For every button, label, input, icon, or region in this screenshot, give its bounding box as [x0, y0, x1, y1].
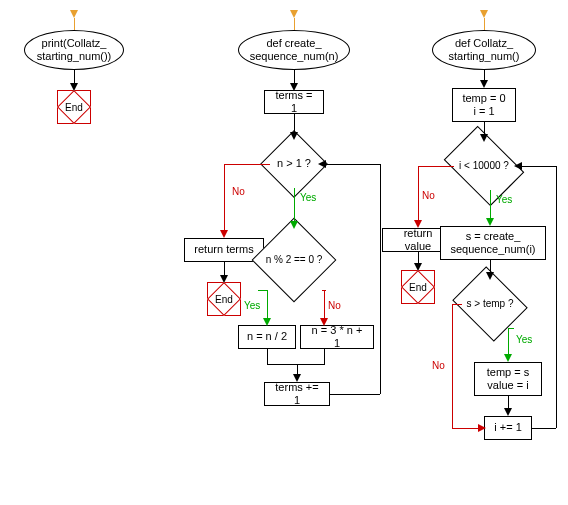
return-terms-label: return terms: [194, 243, 253, 256]
yes-label: Yes: [496, 194, 512, 205]
temp-init-label: temp = 0 i = 1: [462, 92, 505, 118]
funcdef-node-3: def Collatz_ starting_num(): [432, 30, 536, 70]
arrow: [480, 80, 488, 88]
connector: [418, 166, 454, 167]
n-3n-1-node: n = 3 * n + 1: [300, 325, 374, 349]
cond-label: s > temp ?: [467, 298, 514, 310]
cond-label: n > 1 ?: [277, 157, 311, 170]
connector: [294, 18, 295, 30]
no-label: No: [328, 300, 341, 311]
connector: [452, 304, 462, 305]
arrow: [514, 162, 522, 170]
connector: [224, 164, 225, 232]
n-3n-1-label: n = 3 * n + 1: [308, 324, 366, 350]
arrow: [263, 318, 271, 326]
call-seq-node: s = create_ sequence_num(i): [440, 226, 546, 260]
arrow: [290, 132, 298, 140]
end-label: End: [215, 294, 233, 305]
arrow: [478, 424, 486, 432]
arrow: [414, 263, 422, 271]
arrow: [320, 318, 328, 326]
cond-n-gt-1: n > 1 ?: [270, 140, 318, 188]
arrow: [318, 160, 326, 168]
no-label: No: [422, 190, 435, 201]
assign-temp-value-node: temp = s value = i: [474, 362, 542, 396]
arrow: [290, 83, 298, 91]
terms-init-label: terms = 1: [272, 89, 316, 115]
arrow: [220, 275, 228, 283]
arrow: [293, 374, 301, 382]
arrow: [220, 230, 228, 238]
n-div-2-node: n = n / 2: [238, 325, 296, 349]
entry-arrow-2: [290, 10, 298, 18]
end-node-3: End: [401, 270, 435, 304]
connector: [484, 18, 485, 30]
connector: [418, 166, 419, 222]
arrow: [290, 221, 298, 229]
arrow: [486, 218, 494, 226]
connector: [556, 166, 557, 428]
end-label: End: [409, 282, 427, 293]
temp-init-node: temp = 0 i = 1: [452, 88, 516, 122]
cond-label: n % 2 == 0 ?: [266, 254, 323, 266]
return-value-label: return value: [390, 227, 446, 253]
connector: [508, 328, 509, 356]
connector: [452, 428, 480, 429]
yes-label: Yes: [516, 334, 532, 345]
connector: [322, 164, 380, 165]
cond-s-gt-temp: s > temp ?: [462, 280, 518, 328]
cond-n-mod-2: n % 2 == 0 ?: [264, 230, 324, 290]
no-label: No: [432, 360, 445, 371]
terms-inc-label: terms += 1: [272, 381, 322, 407]
terms-init-node: terms = 1: [264, 90, 324, 114]
arrow: [70, 83, 78, 91]
no-label: No: [232, 186, 245, 197]
connector: [294, 188, 295, 223]
arrow: [480, 134, 488, 142]
connector: [324, 290, 325, 320]
n-div-2-label: n = n / 2: [247, 330, 287, 343]
connector: [267, 349, 268, 364]
start-node-1: print(Collatz_ starting_num()): [24, 30, 124, 70]
connector: [330, 394, 380, 395]
connector: [380, 164, 381, 394]
i-inc-label: i += 1: [494, 421, 522, 434]
assign-label: temp = s value = i: [487, 366, 530, 392]
connector: [267, 290, 268, 320]
connector: [508, 328, 514, 329]
connector: [74, 18, 75, 30]
arrow: [414, 220, 422, 228]
connector: [267, 364, 297, 365]
i-inc-node: i += 1: [484, 416, 532, 440]
entry-arrow-1: [70, 10, 78, 18]
connector: [322, 290, 326, 291]
funcdef-label: def create_ sequence_num(n): [250, 37, 339, 63]
end-node-1: End: [57, 90, 91, 124]
connector: [258, 290, 268, 291]
funcdef-node-2: def create_ sequence_num(n): [238, 30, 350, 70]
arrow: [504, 354, 512, 362]
connector: [532, 428, 556, 429]
connector: [294, 114, 295, 134]
terms-inc-node: terms += 1: [264, 382, 330, 406]
entry-arrow-3: [480, 10, 488, 18]
arrow: [486, 272, 494, 280]
start-label: print(Collatz_ starting_num()): [37, 37, 112, 63]
end-node-2: End: [207, 282, 241, 316]
yes-label: Yes: [300, 192, 316, 203]
cond-label: i < 10000 ?: [459, 160, 509, 172]
connector: [490, 190, 491, 220]
cond-i-lt-10000: i < 10000 ?: [454, 142, 514, 190]
funcdef-label: def Collatz_ starting_num(): [449, 37, 520, 63]
flowchart-container: print(Collatz_ starting_num()) End def c…: [0, 0, 568, 505]
connector: [324, 349, 325, 364]
connector: [518, 166, 556, 167]
connector: [224, 164, 270, 165]
call-seq-label: s = create_ sequence_num(i): [451, 230, 536, 256]
connector: [452, 304, 453, 428]
connector: [297, 364, 325, 365]
arrow: [504, 408, 512, 416]
end-label: End: [65, 102, 83, 113]
yes-label: Yes: [244, 300, 260, 311]
